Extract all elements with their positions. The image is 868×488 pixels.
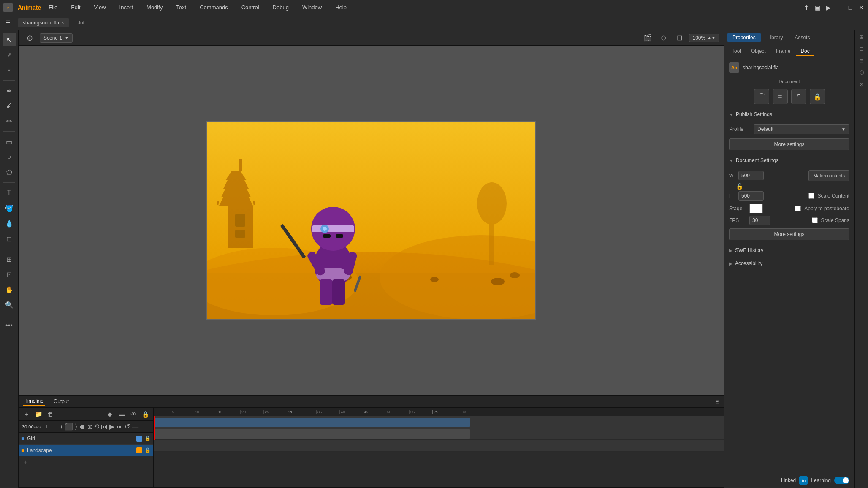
delete-layer-button[interactable]: 🗑: [46, 409, 55, 419]
menu-window[interactable]: Window: [300, 3, 324, 11]
select-tool[interactable]: ↖: [3, 33, 16, 46]
move-icon[interactable]: ⊕: [23, 31, 36, 45]
menu-edit[interactable]: Edit: [68, 3, 83, 11]
zoom-tool[interactable]: 🔍: [3, 298, 16, 312]
step-back-button[interactable]: ⏮: [101, 423, 108, 431]
dimensions-lock-icon[interactable]: 🔒: [736, 183, 743, 190]
visibility-icon[interactable]: 👁: [129, 409, 138, 419]
stage-color-picker[interactable]: [749, 204, 763, 213]
frame-track-girl[interactable]: [154, 416, 724, 428]
preview-button[interactable]: ▶: [825, 4, 832, 11]
doc-more-settings-button[interactable]: More settings: [729, 228, 849, 240]
snap-icon-3[interactable]: ⌜: [791, 89, 806, 104]
pencil-tool[interactable]: ✏: [3, 114, 16, 128]
eyedropper-tool[interactable]: 💧: [3, 217, 16, 230]
publish-settings-header[interactable]: ▼ Publish Settings: [724, 108, 854, 121]
keyframe-icon[interactable]: ◆: [105, 409, 114, 419]
properties-tab[interactable]: Properties: [727, 33, 761, 42]
pen-tool[interactable]: ✒: [3, 84, 16, 98]
edge-btn-2[interactable]: ⊡: [857, 44, 867, 54]
pan-tool[interactable]: ✋: [3, 283, 16, 296]
undo-button[interactable]: ↺: [125, 423, 130, 431]
frame-track-empty[interactable]: [154, 440, 724, 452]
scene-selector[interactable]: Scene 1 ▼: [40, 33, 73, 43]
play-button[interactable]: ▶: [109, 423, 114, 431]
document-settings-header[interactable]: ▼ Document Settings: [724, 154, 854, 167]
menu-debug[interactable]: Debug: [270, 3, 291, 11]
add-track-button[interactable]: +: [21, 458, 30, 467]
bounce-button[interactable]: ⟲: [94, 423, 99, 431]
onion-skin-icon[interactable]: ⊙: [657, 31, 670, 45]
edge-btn-3[interactable]: ⊟: [857, 56, 867, 66]
snap-icon-1[interactable]: ⌒: [754, 89, 769, 104]
layer-lock-icon-girl[interactable]: 🔒: [145, 436, 151, 441]
camera-tool[interactable]: ⊞: [3, 252, 16, 266]
edge-btn-1[interactable]: ⊞: [857, 32, 867, 42]
crop-icon[interactable]: ⊟: [673, 31, 686, 45]
snap-lock-icon[interactable]: 🔒: [810, 89, 825, 104]
maximize-button[interactable]: □: [847, 4, 854, 11]
menu-text[interactable]: Text: [174, 3, 189, 11]
subselect-tool[interactable]: ↗: [3, 48, 16, 62]
eraser-tool[interactable]: ◻: [3, 232, 16, 245]
object-tab[interactable]: Object: [747, 47, 770, 56]
linkedin-learning-toggle[interactable]: [834, 477, 849, 484]
step-fwd-button[interactable]: ⏭: [116, 423, 123, 431]
stop-button[interactable]: ⬛: [65, 423, 73, 431]
menu-help[interactable]: Help: [333, 3, 349, 11]
frame-track-landscape[interactable]: [154, 428, 724, 440]
accessibility-header[interactable]: ▶ Accessibility: [724, 257, 854, 270]
file-tab[interactable]: sharingsocial.fla ×: [18, 18, 69, 27]
menu-insert[interactable]: Insert: [117, 3, 136, 11]
collapse-panel-icon[interactable]: ☰: [3, 18, 13, 27]
prev-frame-button[interactable]: ⟨: [60, 423, 63, 431]
frame-type-icon[interactable]: ▬: [117, 409, 126, 419]
snap-icon-2[interactable]: ⌗: [773, 89, 788, 104]
lasso-tool[interactable]: ⌖: [3, 63, 16, 77]
width-input[interactable]: [738, 171, 764, 180]
timeline-frames[interactable]: 5 10 15 20 25 1s 35 40 45 50 55 2s: [154, 408, 724, 487]
menu-view[interactable]: View: [92, 3, 108, 11]
rectangle-tool[interactable]: ▭: [3, 135, 16, 149]
menu-file[interactable]: File: [46, 3, 60, 11]
timeline-tab-output[interactable]: Output: [52, 398, 71, 405]
clapper-icon[interactable]: 🎬: [641, 31, 654, 45]
apply-pasteboard-checkbox[interactable]: [795, 206, 801, 211]
edge-btn-4[interactable]: ⬡: [857, 68, 867, 78]
timeline-tab-timeline[interactable]: Timeline: [23, 397, 45, 406]
minimize-button[interactable]: –: [836, 4, 843, 11]
frame-tab[interactable]: Frame: [772, 47, 795, 56]
poly-tool[interactable]: ⬠: [3, 165, 16, 179]
tab-close-icon[interactable]: ×: [62, 20, 64, 25]
scale-content-checkbox[interactable]: [808, 193, 814, 199]
menu-modify[interactable]: Modify: [144, 3, 165, 11]
publish-more-settings-button[interactable]: More settings: [729, 138, 849, 150]
height-input[interactable]: [738, 191, 764, 201]
menu-control[interactable]: Control: [239, 3, 262, 11]
swf-history-header[interactable]: ▶ SWF History: [724, 244, 854, 257]
more-tools[interactable]: •••: [3, 319, 16, 332]
easing-button[interactable]: —: [132, 423, 138, 431]
timeline-collapse[interactable]: ⊟: [715, 399, 719, 404]
ellipse-tool[interactable]: ○: [3, 150, 16, 164]
assets-tab[interactable]: Assets: [789, 33, 815, 42]
tool-tab[interactable]: Tool: [727, 47, 745, 56]
paintbrush-tool[interactable]: 🖌: [3, 99, 16, 113]
swipe-button[interactable]: ⧖: [87, 423, 92, 431]
library-tab[interactable]: Library: [762, 33, 788, 42]
add-folder-button[interactable]: 📁: [34, 409, 43, 419]
layer-lock-icon-landscape[interactable]: 🔒: [145, 447, 151, 453]
add-layer-button[interactable]: +: [22, 409, 31, 419]
loop-button[interactable]: ⏺: [79, 423, 86, 431]
transform-tool[interactable]: ⊡: [3, 268, 16, 281]
edge-btn-5[interactable]: ⊗: [857, 79, 867, 89]
next-frame-button[interactable]: ⟩: [75, 423, 77, 431]
lock-all-icon[interactable]: 🔒: [141, 409, 150, 419]
layer-row-girl[interactable]: ◼ Girl 🔒: [19, 433, 153, 445]
layout-button[interactable]: ▣: [814, 4, 821, 11]
bucket-tool[interactable]: 🪣: [3, 201, 16, 215]
home-icon[interactable]: ⌂: [3, 3, 13, 12]
doc-tab[interactable]: Doc: [796, 47, 814, 56]
fps-input-field[interactable]: [749, 216, 770, 225]
match-contents-button[interactable]: Match contents: [808, 170, 849, 181]
